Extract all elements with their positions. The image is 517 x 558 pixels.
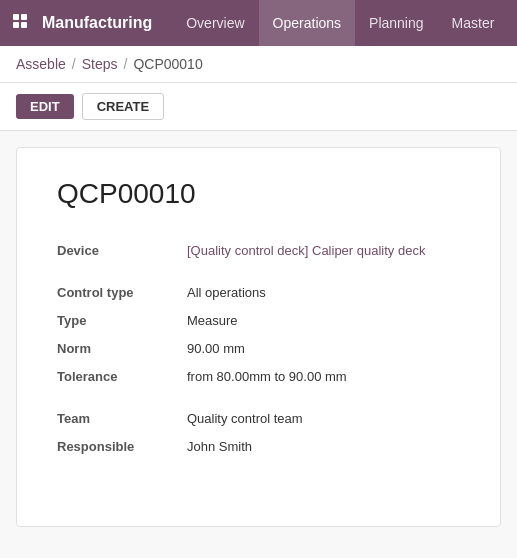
tolerance-value: from 80.00mm to 90.00 mm: [187, 369, 460, 384]
grid-icon[interactable]: [12, 13, 32, 33]
nav-menu: Overview Operations Planning Master: [172, 0, 508, 46]
breadcrumb-parent[interactable]: Asseble: [16, 56, 66, 72]
nav-item-overview[interactable]: Overview: [172, 0, 258, 46]
control-type-label: Control type: [57, 285, 187, 300]
create-button[interactable]: CREATE: [82, 93, 164, 120]
edit-button[interactable]: EDIT: [16, 94, 74, 119]
nav-item-master[interactable]: Master: [438, 0, 509, 46]
responsible-label: Responsible: [57, 439, 187, 454]
field-row-team: Team Quality control team: [57, 406, 460, 434]
main-content: QCP00010 Device [Quality control deck] C…: [0, 131, 517, 543]
field-section: Device [Quality control deck] Caliper qu…: [57, 238, 460, 462]
team-label: Team: [57, 411, 187, 426]
svg-rect-0: [13, 14, 19, 20]
norm-value: 90.00 mm: [187, 341, 460, 356]
svg-rect-2: [13, 22, 19, 28]
svg-rect-3: [21, 22, 27, 28]
field-row-control-type: Control type All operations: [57, 280, 460, 308]
field-row-device: Device [Quality control deck] Caliper qu…: [57, 238, 460, 266]
tolerance-label: Tolerance: [57, 369, 187, 384]
field-row-norm: Norm 90.00 mm: [57, 336, 460, 364]
responsible-value: John Smith: [187, 439, 460, 454]
svg-rect-1: [21, 14, 27, 20]
field-row-tolerance: Tolerance from 80.00mm to 90.00 mm: [57, 364, 460, 392]
control-type-value: All operations: [187, 285, 460, 300]
device-value[interactable]: [Quality control deck] Caliper quality d…: [187, 243, 460, 258]
field-row-responsible: Responsible John Smith: [57, 434, 460, 462]
action-bar: EDIT CREATE: [0, 83, 517, 131]
type-label: Type: [57, 313, 187, 328]
breadcrumb-sep-2: /: [124, 56, 128, 72]
field-row-type: Type Measure: [57, 308, 460, 336]
nav-item-planning[interactable]: Planning: [355, 0, 438, 46]
device-label: Device: [57, 243, 187, 258]
top-nav: Manufacturing Overview Operations Planni…: [0, 0, 517, 46]
breadcrumb-sep-1: /: [72, 56, 76, 72]
nav-item-operations[interactable]: Operations: [259, 0, 355, 46]
breadcrumb-current: QCP00010: [133, 56, 202, 72]
app-title: Manufacturing: [42, 14, 152, 32]
record-title: QCP00010: [57, 178, 460, 210]
norm-label: Norm: [57, 341, 187, 356]
breadcrumb-middle[interactable]: Steps: [82, 56, 118, 72]
team-value: Quality control team: [187, 411, 460, 426]
type-value: Measure: [187, 313, 460, 328]
record-card: QCP00010 Device [Quality control deck] C…: [16, 147, 501, 527]
breadcrumb: Asseble / Steps / QCP00010: [0, 46, 517, 83]
